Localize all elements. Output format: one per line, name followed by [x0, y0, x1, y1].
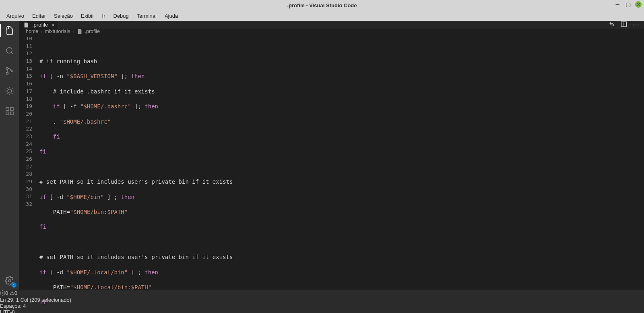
- menu-terminal[interactable]: Terminal: [134, 12, 160, 20]
- menu-view[interactable]: Exibir: [78, 12, 97, 20]
- svg-point-3: [11, 70, 13, 72]
- chevron-right-icon: ›: [73, 29, 74, 34]
- breadcrumb[interactable]: home › mixtutoriais › .profile: [19, 29, 644, 34]
- minimize-button[interactable]: ━: [614, 1, 621, 8]
- breadcrumb-seg[interactable]: mixtutoriais: [45, 29, 70, 34]
- svg-point-1: [6, 68, 8, 70]
- menu-selection[interactable]: Seleção: [51, 12, 76, 20]
- maximize-button[interactable]: ▢: [625, 1, 631, 8]
- window-title: .profile - Visual Studio Code: [287, 2, 357, 8]
- source-control-icon[interactable]: [4, 65, 15, 77]
- svg-point-0: [6, 48, 12, 53]
- menu-debug[interactable]: Debug: [110, 12, 132, 20]
- breadcrumb-seg[interactable]: .profile: [85, 29, 100, 34]
- file-icon: [23, 22, 29, 28]
- file-icon: [77, 29, 83, 34]
- svg-point-2: [6, 73, 8, 75]
- svg-point-9: [8, 280, 11, 282]
- code-content[interactable]: # if running bash if [ -n "$BASH_VERSION…: [39, 34, 644, 313]
- search-icon[interactable]: [4, 45, 15, 56]
- tab-profile[interactable]: .profile ×: [19, 21, 59, 29]
- window-titlebar: .profile - Visual Studio Code ━ ▢ ✕: [0, 0, 644, 10]
- settings-badge: 1: [11, 282, 17, 288]
- tab-label: .profile: [32, 22, 48, 28]
- menubar: Arquivo Editar Seleção Exibir Ir Debug T…: [0, 10, 644, 21]
- split-editor-icon[interactable]: [621, 21, 627, 29]
- svg-point-4: [8, 89, 12, 93]
- menu-go[interactable]: Ir: [99, 12, 109, 20]
- svg-rect-6: [6, 112, 9, 115]
- menu-edit[interactable]: Editar: [29, 12, 49, 20]
- code-editor[interactable]: 10111213 14151617 18192021 22232425 2627…: [19, 34, 644, 313]
- explorer-icon[interactable]: [4, 25, 15, 36]
- debug-icon[interactable]: [4, 85, 15, 97]
- warning-icon: ⚠: [10, 290, 14, 296]
- activity-bar: 1: [0, 21, 19, 290]
- svg-rect-7: [10, 112, 13, 115]
- menu-file[interactable]: Arquivo: [3, 12, 27, 20]
- svg-rect-5: [6, 108, 9, 110]
- more-actions-icon[interactable]: ⋯: [633, 21, 639, 29]
- chevron-right-icon: ›: [41, 29, 42, 34]
- error-icon: ⓧ: [0, 290, 5, 296]
- tab-close-icon[interactable]: ×: [51, 22, 54, 28]
- breadcrumb-seg[interactable]: home: [26, 29, 38, 34]
- line-number-gutter: 10111213 14151617 18192021 22232425 2627…: [19, 34, 39, 313]
- close-button[interactable]: ✕: [635, 1, 642, 8]
- compare-changes-icon[interactable]: [609, 21, 615, 29]
- settings-gear-icon[interactable]: 1: [4, 275, 15, 286]
- editor-tabs: .profile × ⋯: [19, 21, 644, 29]
- svg-rect-8: [10, 108, 13, 110]
- extensions-icon[interactable]: [4, 106, 15, 117]
- menu-help[interactable]: Ajuda: [161, 12, 181, 20]
